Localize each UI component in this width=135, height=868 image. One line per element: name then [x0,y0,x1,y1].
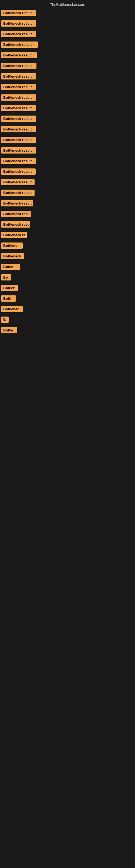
bottleneck-badge[interactable]: Bottl [1,296,16,302]
bottleneck-row[interactable]: Bottleneck result [0,177,135,188]
bottleneck-badge[interactable]: Bottleneck [1,253,24,259]
bottleneck-row[interactable]: Bottleneck result [0,198,135,209]
bottleneck-badge[interactable]: Bottleneck result [1,179,35,185]
bottleneck-badge[interactable]: B [1,316,9,323]
bottleneck-row[interactable]: Bottleneck result [0,103,135,114]
badges-container: Bottleneck resultBottleneck resultBottle… [0,8,135,336]
bottleneck-row[interactable]: Bottleneck result [0,220,135,230]
bottleneck-badge[interactable]: Bottlenec [1,306,23,312]
bottleneck-badge[interactable]: Bottleneck result [1,158,36,164]
bottleneck-row[interactable]: Bottl [0,294,135,304]
bottleneck-row[interactable]: Bottleneck re [0,230,135,241]
bottleneck-row[interactable]: Bottle [0,262,135,273]
bottleneck-badge[interactable]: Bottleneck result [1,10,36,16]
bottleneck-badge[interactable]: Bottleneck result [1,73,36,80]
bottleneck-row[interactable]: Bottleneck result [0,209,135,220]
bottleneck-row[interactable]: Bottlenec [0,304,135,315]
bottleneck-badge[interactable]: Bottleneck result [1,84,36,90]
bottleneck-badge[interactable]: Bottleneck result [1,116,36,122]
bottleneck-row[interactable]: Bottlene [0,241,135,251]
bottleneck-row[interactable]: Bottleneck result [0,156,135,167]
bottleneck-row[interactable]: Bottleneck result [0,93,135,103]
bottleneck-row[interactable]: Bottleneck [0,251,135,262]
bottleneck-row[interactable]: Bottleneck result [0,72,135,82]
site-title: TheBottlenecker.com [50,2,85,7]
bottleneck-badge[interactable]: Bottler [1,285,18,291]
bottleneck-row[interactable]: Bottleneck result [0,82,135,93]
bottleneck-badge[interactable]: Bottle [1,327,17,333]
bottleneck-badge[interactable]: Bottleneck result [1,105,36,111]
bottleneck-row[interactable]: Bo [0,273,135,283]
bottleneck-row[interactable]: Bottleneck result [0,188,135,198]
bottleneck-badge[interactable]: Bottleneck result [1,137,36,143]
bottleneck-badge[interactable]: Bottleneck result [1,221,30,227]
bottleneck-badge[interactable]: Bottleneck result [1,94,36,101]
bottleneck-badge[interactable]: Bottleneck result [1,147,36,154]
bottleneck-badge[interactable]: Bottleneck result [1,41,38,48]
bottleneck-row[interactable]: Bottleneck result [0,61,135,72]
bottleneck-row[interactable]: Bottleneck result [0,114,135,124]
page-wrapper: TheBottlenecker.com Bottleneck resultBot… [0,0,135,868]
bottleneck-badge[interactable]: Bottlene [1,243,23,249]
bottleneck-row[interactable]: Bottleneck result [0,135,135,146]
bottleneck-row[interactable]: Bottleneck result [0,146,135,156]
bottleneck-badge[interactable]: Bottleneck result [1,211,31,217]
bottleneck-row[interactable]: Bottler [0,283,135,294]
bottleneck-row[interactable]: Bottleneck result [0,167,135,177]
bottleneck-row[interactable]: Bottleneck result [0,29,135,40]
bottleneck-badge[interactable]: Bottleneck result [1,126,36,132]
bottleneck-badge[interactable]: Bottleneck result [1,31,36,37]
bottleneck-row[interactable]: Bottleneck result [0,19,135,29]
bottleneck-row[interactable]: Bottleneck result [0,51,135,61]
bottleneck-badge[interactable]: Bottle [1,264,20,270]
bottleneck-row[interactable]: Bottleneck result [0,40,135,51]
bottleneck-badge[interactable]: Bo [1,274,11,280]
bottleneck-badge[interactable]: Bottleneck result [1,168,36,175]
bottleneck-row[interactable]: Bottleneck result [0,124,135,135]
bottleneck-badge[interactable]: Bottleneck result [1,20,36,27]
site-header: TheBottlenecker.com [0,0,135,8]
bottleneck-badge[interactable]: Bottleneck result [1,52,37,58]
bottleneck-badge[interactable]: Bottleneck result [1,190,35,196]
bottleneck-row[interactable]: Bottleneck result [0,8,135,19]
bottleneck-badge[interactable]: Bottleneck result [1,63,37,69]
bottleneck-badge[interactable]: Bottleneck result [1,200,33,207]
bottleneck-row[interactable]: B [0,315,135,326]
bottleneck-badge[interactable]: Bottleneck re [1,232,27,238]
bottleneck-row[interactable]: Bottle [0,326,135,336]
